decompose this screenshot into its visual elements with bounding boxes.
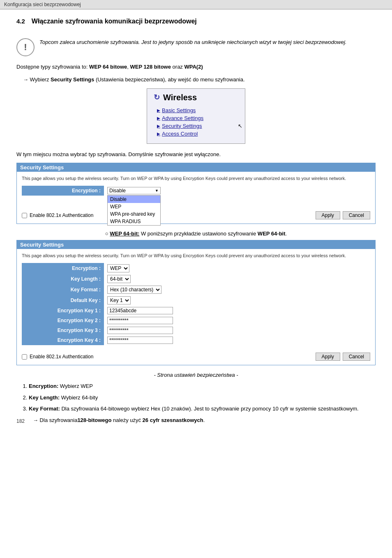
value-encryption-2: WEP — [104, 263, 370, 274]
menu-item-security-settings[interactable]: ▶ Security Settings ↖ — [154, 122, 238, 130]
wep-link[interactable]: WEP 64-bit: — [110, 231, 139, 237]
security-form-2: Encryption : WEP Key Length : 64-bit — [22, 263, 370, 345]
step-1-bold: Encryption: — [29, 383, 58, 389]
wireless-menu-box: ↻ Wireless ▶ Basic Settings ▶ Advance Se… — [147, 88, 245, 144]
menu-arrow-basic: ▶ — [157, 108, 160, 113]
security-panel-1: Security Settings This page allows you s… — [16, 163, 376, 224]
enable-802-checkbox-1[interactable] — [22, 213, 27, 218]
label-enc-key-3: Encryption Key 3 : — [22, 325, 104, 335]
top-bar-label: Konfiguracja sieci bezprzewodowej — [4, 2, 81, 7]
top-bar: Konfiguracja sieci bezprzewodowej — [0, 0, 392, 9]
checkbox-row-1: Enable 802.1x Authentication — [22, 212, 93, 218]
select-key-length[interactable]: 64-bit — [107, 275, 131, 283]
page-number: 182 — [16, 418, 25, 424]
menu-item-advance-settings[interactable]: ▶ Advance Settings — [154, 114, 238, 122]
label-enc-key-1: Encryption Key 1 : — [22, 306, 104, 316]
section-title: Włączanie szyfrowania komunikacji bezprz… — [32, 18, 197, 25]
value-key-length: 64-bit — [104, 274, 370, 284]
step-2-bold: Key Length: — [29, 394, 60, 401]
checkbox-row-2: Enable 802.1x Authentication — [22, 354, 93, 360]
encryption-selected-1: Disable — [109, 188, 155, 194]
bold-128: 128-bitowego — [77, 417, 111, 423]
encryption-label-1: Encryption : — [22, 186, 104, 196]
menu-item-access-control[interactable]: ▶ Access Control — [154, 130, 238, 138]
cancel-button-2[interactable]: Cancel — [343, 353, 370, 361]
note-icon: ! — [16, 38, 35, 56]
input-enc-key-2[interactable] — [107, 317, 173, 324]
apply-button-2[interactable]: Apply — [316, 353, 340, 361]
input-enc-key-1[interactable] — [107, 307, 173, 314]
cancel-button-1[interactable]: Cancel — [343, 211, 370, 219]
select-key-format[interactable]: Hex (10 characters) — [107, 286, 161, 294]
value-default-key: Key 1 — [104, 295, 370, 306]
option-wpa-psk[interactable]: WPA pre-shared key — [108, 210, 160, 218]
security-panel-2-title: Security Settings — [17, 240, 375, 249]
enable-802-checkbox-2[interactable] — [22, 354, 27, 360]
label-enc-key-2: Encryption Key 2 : — [22, 316, 104, 325]
security-panel-1-desc: This page allows you setup the wireless … — [22, 176, 370, 181]
select-default-key[interactable]: Key 1 — [107, 296, 131, 304]
checkbox-label-2: Enable 802.1x Authentication — [30, 354, 93, 360]
bold-26: 26 cyfr szesnastkowych — [143, 417, 203, 423]
note-text: Topcom zaleca uruchomienie szyfrowania. … — [39, 38, 346, 46]
select-encryption-2[interactable]: WEP — [107, 264, 129, 272]
label-enc-key-4: Encryption Key 4 : — [22, 335, 104, 345]
option-disable[interactable]: Disable — [108, 196, 160, 203]
encryption-value-cell-1: Disable ▼ Disable WEP WPA pre-shared key… — [104, 186, 370, 196]
wep-heading: ○ WEP 64-bit: W poniższym przykładzie us… — [16, 231, 376, 237]
checkbox-label-1: Enable 802.1x Authentication — [30, 212, 93, 218]
step-2: Key Length: Wybierz 64-bity — [29, 394, 376, 402]
step-3-bold: Key Format: — [29, 406, 60, 412]
input-enc-key-3[interactable] — [107, 327, 173, 334]
label-key-length: Key Length : — [22, 274, 104, 284]
section-number: 4.2 — [16, 18, 25, 25]
value-enc-key-3 — [104, 325, 370, 335]
security-panel-1-title: Security Settings — [17, 163, 375, 172]
value-enc-key-4 — [104, 335, 370, 345]
label-encryption-2: Encryption : — [22, 263, 104, 274]
step-3-text: Dla szyfrowania 64-bitowego wybierz Hex … — [61, 406, 358, 412]
dropdown-arrow-1: ▼ — [155, 189, 159, 193]
note-box: ! Topcom zaleca uruchomienie szyfrowania… — [16, 38, 376, 56]
security-panel-2-desc: This page allows you setup the wireless … — [22, 253, 370, 258]
para-select-encryption: W tym miejscu można wybrać typ szyfrowan… — [16, 150, 376, 159]
value-enc-key-1 — [104, 306, 370, 316]
arrow-note: → Dla szyfrowania128-bitowego należy uży… — [33, 416, 376, 424]
step-2-text: Wybierz 64-bity — [61, 394, 98, 401]
apply-button-1[interactable]: Apply — [316, 211, 340, 219]
btn-row-2: Apply Cancel — [316, 353, 370, 361]
menu-arrow-advance: ▶ — [157, 116, 160, 120]
para-security-settings-instruction: → Wybierz Security Settings (Ustawienia … — [23, 76, 376, 84]
step-1-text: Wybierz WEP — [60, 383, 93, 389]
step-1: Encryption: Wybierz WEP — [29, 382, 376, 390]
value-key-format: Hex (10 characters) — [104, 284, 370, 295]
label-key-format: Key Format : — [22, 284, 104, 295]
btn-row-1: Apply Cancel — [316, 211, 370, 219]
caption: - Strona ustawień bezpieczeństwa - — [16, 372, 376, 378]
option-wep[interactable]: WEP — [108, 203, 160, 210]
option-wpa-radius[interactable]: WPA RADIUS — [108, 218, 160, 225]
input-enc-key-4[interactable] — [107, 337, 173, 344]
security-form-1: Encryption : Disable ▼ Disable WEP WPA p… — [22, 186, 370, 196]
steps-list: Encryption: Wybierz WEP Key Length: Wybi… — [29, 382, 376, 413]
wireless-title: ↻ Wireless — [154, 93, 238, 102]
value-enc-key-2 — [104, 316, 370, 325]
menu-arrow-access: ▶ — [157, 131, 160, 136]
security-panel-2: Security Settings This page allows you s… — [16, 240, 376, 365]
menu-item-basic-settings[interactable]: ▶ Basic Settings — [154, 106, 238, 114]
wireless-icon: ↻ — [154, 93, 160, 102]
dropdown-list-1[interactable]: Disable WEP WPA pre-shared key WPA RADIU… — [107, 195, 161, 226]
encryption-dropdown-1[interactable]: Disable ▼ Disable WEP WPA pre-shared key… — [107, 187, 161, 194]
para-encryption-types: Dostępne typy szyfrowania to: WEP 64 bit… — [16, 63, 376, 71]
step-3: Key Format: Dla szyfrowania 64-bitowego … — [29, 405, 376, 413]
cursor-pointer-icon: ↖ — [238, 123, 242, 129]
label-default-key: Default Key : — [22, 295, 104, 306]
menu-arrow-security: ▶ — [157, 124, 160, 128]
